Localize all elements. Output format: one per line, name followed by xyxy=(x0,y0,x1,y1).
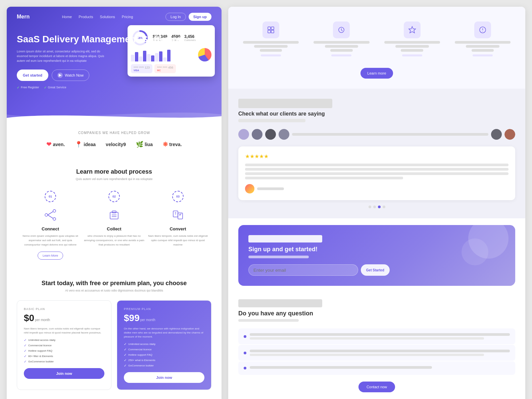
avatar-2 xyxy=(252,129,262,140)
faq-item-2[interactable] xyxy=(238,345,515,361)
cta-sub-placeholder xyxy=(248,256,309,258)
step-1-desc: Nemo enim ipsam voluptatem quia voluptas… xyxy=(20,234,81,247)
check-icon: ✓ xyxy=(124,353,127,357)
logo-liua: 🌿 liua xyxy=(136,141,153,148)
check-icon: ✓ xyxy=(124,342,127,346)
features-section: Learn more xyxy=(228,7,525,89)
svg-rect-8 xyxy=(112,211,116,213)
dot-3-active[interactable] xyxy=(378,206,381,208)
faq-items xyxy=(238,328,515,375)
faq-dot-2 xyxy=(244,352,246,354)
logo-aven: ❤ aven. xyxy=(46,141,65,148)
avatar-3 xyxy=(265,129,276,140)
get-started-button[interactable]: Get started xyxy=(17,70,48,81)
step-circle-1: 01 xyxy=(45,191,56,202)
step-circle-3: 03 xyxy=(172,191,184,202)
basic-plan-card: BASIC PLAN $0 per month Nam libero tempo… xyxy=(17,300,111,390)
process-section: Learn more about process Quis autem vel … xyxy=(7,158,222,270)
author-name-placeholder xyxy=(257,187,284,190)
avatar-4 xyxy=(279,129,289,140)
dot-2[interactable] xyxy=(373,206,376,208)
left-panel: Mern Home Products Solutions Pricing Log… xyxy=(7,7,222,399)
testimonials-subtitle-placeholder xyxy=(238,119,305,122)
signup-button[interactable]: Sign up xyxy=(189,13,211,21)
prem-feat-4: ✓250+ what is Elements xyxy=(124,358,204,362)
feat-link-4 xyxy=(473,54,493,56)
cta-submit-button[interactable]: Get Started xyxy=(361,264,390,276)
faq-item-3[interactable] xyxy=(238,361,515,375)
aven-icon: ❤ xyxy=(46,141,51,148)
faq-section: Do you have any question xyxy=(228,293,525,399)
premium-join-button[interactable]: Join now xyxy=(124,372,204,383)
right-panel: Learn more Check what our clients are sa… xyxy=(228,7,525,399)
faq-dot-3 xyxy=(244,367,246,369)
dot-1[interactable] xyxy=(369,206,371,208)
svg-line-6 xyxy=(48,215,53,218)
faq-sub-placeholder xyxy=(238,319,299,322)
treva-icon: ❋ xyxy=(163,141,168,148)
logo-velocity: velocity9 xyxy=(106,142,126,147)
hero-title: SaaS Delivery Management Software xyxy=(17,34,211,45)
check-icon: ✓ xyxy=(24,349,27,353)
svg-rect-15 xyxy=(268,27,271,30)
basic-feat-2: ✓Commercial licence xyxy=(24,344,104,347)
nav-home[interactable]: Home xyxy=(62,15,72,19)
hero-wave xyxy=(7,104,222,121)
avatar-1 xyxy=(238,129,249,140)
learn-more-button[interactable]: Learn more xyxy=(360,68,393,79)
faq-title-placeholder xyxy=(238,299,322,307)
carousel-dots xyxy=(238,206,515,208)
nav-links: Home Products Solutions Pricing xyxy=(62,15,133,19)
feature-icon-4 xyxy=(474,21,491,38)
star-rating: ★★★★★ xyxy=(245,153,509,160)
nav-pricing[interactable]: Pricing xyxy=(122,15,133,19)
svg-rect-16 xyxy=(271,27,274,30)
basic-feat-4: ✓80+ filter & Elements xyxy=(24,354,104,358)
pricing-cards: BASIC PLAN $0 per month Nam libero tempo… xyxy=(17,300,211,390)
step-2-desc: who chooses to enjoy a pleasure that has… xyxy=(84,234,144,247)
feature-card-2 xyxy=(309,17,374,61)
watch-now-button[interactable]: ▶ Watch Now xyxy=(52,70,89,81)
svg-point-2 xyxy=(45,214,48,216)
login-button[interactable]: Log In xyxy=(165,13,186,21)
prem-feat-2: ✓Commercial licence xyxy=(124,348,204,351)
prem-feat-1: ✓Unlimited access /daily xyxy=(124,342,204,346)
process-title: Learn more about process xyxy=(17,168,211,175)
reviewer-row xyxy=(238,129,515,140)
prem-feat-5: ✓GoCommerce builder xyxy=(124,364,204,367)
test-author xyxy=(245,184,509,193)
convert-icon xyxy=(171,208,185,222)
nav-products[interactable]: Products xyxy=(79,15,93,19)
logo-ideaa: 📍 ideaa xyxy=(75,141,96,148)
svg-line-5 xyxy=(48,212,53,215)
cta-email-input[interactable] xyxy=(248,264,358,276)
nav-buttons: Log In Sign up xyxy=(165,13,211,21)
dot-4[interactable] xyxy=(383,206,385,208)
feat-link-3 xyxy=(402,54,422,56)
nav-solutions[interactable]: Solutions xyxy=(100,15,115,19)
check-icon-2: ✓ xyxy=(44,86,47,89)
companies-section: COMPANIES WE HAVE HELPED GROW ❤ aven. 📍 … xyxy=(7,121,222,158)
basic-feat-1: ✓Unlimited access /daily xyxy=(24,338,104,342)
hero-badge-2: ✓ Great Service xyxy=(44,86,66,89)
feat-link-2 xyxy=(331,54,351,56)
basic-plan-period: per month xyxy=(35,318,50,322)
faq-title: Do you have any question xyxy=(238,310,515,317)
step-3-title: Convert xyxy=(148,226,208,231)
faq-dot-1 xyxy=(244,335,246,338)
basic-plan-label: BASIC PLAN xyxy=(24,307,104,311)
step-1-button[interactable]: Learn More xyxy=(38,252,63,260)
basic-join-button[interactable]: Join now xyxy=(24,368,104,379)
prem-feat-3: ✓Hotline support FAQ xyxy=(124,353,204,357)
svg-point-3 xyxy=(53,210,56,212)
pricing-section: Start today, with free or premium plan, … xyxy=(7,270,222,399)
process-subtitle: Quis autem vel eum iure reprehenderit qu… xyxy=(17,177,211,181)
faq-item-1[interactable] xyxy=(238,328,515,344)
hero-section: Mern Home Products Solutions Pricing Log… xyxy=(7,7,222,121)
contact-button[interactable]: Contact now xyxy=(358,382,395,392)
svg-rect-17 xyxy=(268,30,271,33)
hero-badge-1: ✓ Free Register xyxy=(17,86,39,89)
companies-label: COMPANIES WE HAVE HELPED GROW xyxy=(17,131,211,135)
basic-feat-5: ✓GoCommerce builder xyxy=(24,360,104,363)
feature-cards xyxy=(238,17,515,61)
